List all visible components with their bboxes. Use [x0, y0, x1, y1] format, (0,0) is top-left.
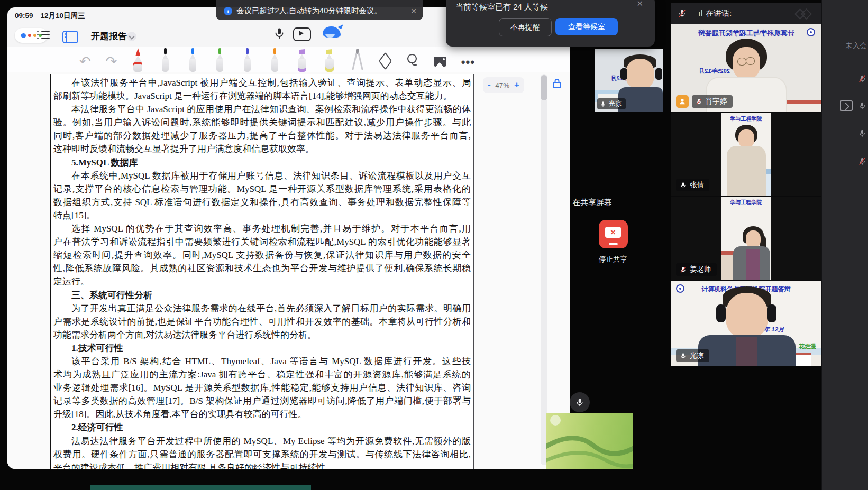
- video-sidebar: 正在讲话: 计算机科学与工程学院开题答辩 2025年12月: [671, 3, 821, 366]
- muted-mic-icon: [680, 266, 687, 274]
- document-line: 业务逻辑处理需求[16]。MySQL 是开源关系型数据库,性能稳定,能够支持用户…: [53, 381, 471, 394]
- document-line: 功能需求分析两个方面,对法易达法律服务平台进行系统性的分析。: [53, 328, 471, 341]
- zoom-in-button[interactable]: +: [514, 80, 519, 90]
- info-icon: i: [224, 7, 232, 15]
- redo-icon[interactable]: ↷: [105, 51, 117, 72]
- more-tools-icon[interactable]: •••: [461, 53, 475, 72]
- waiting-room-dialog: 当前等候室已有 24 人等候 ✕ 不再提醒 查看等候室: [446, 0, 655, 47]
- document-page: 在该法律服务平台中,JavaScript 被用户端交互控制,包括输入验证、查询提…: [50, 74, 474, 469]
- participant-name: 姜老师: [690, 265, 711, 274]
- title-chevron-down-icon[interactable]: [127, 32, 136, 41]
- participant-name: 张倩: [690, 180, 704, 190]
- speaking-header: 正在讲话:: [671, 3, 821, 24]
- host-badge-icon: [676, 95, 689, 108]
- screen-share-icon[interactable]: [840, 100, 853, 111]
- toast-close-icon[interactable]: ✕: [410, 7, 417, 15]
- waiting-room-text: 当前等候室已有 24 人等候: [455, 2, 548, 12]
- black-fineliner-icon[interactable]: [159, 47, 172, 72]
- document-line: 选择 MySQL 的优势在于其查询效率高、事务处理机制完善,并且易于维护。对于本…: [53, 222, 471, 235]
- participant-tile-jianglaoshi[interactable]: 学与工程学院 姜老师: [671, 197, 821, 280]
- lock-icon[interactable]: [551, 77, 563, 92]
- document-line: 特点[15]。: [53, 209, 471, 222]
- document-line: 术均为成熟且广泛应用的主流方案:Java 拥有跨平台、稳定性强和丰富的开源资源库…: [53, 368, 471, 381]
- university-logo-icon: [807, 28, 815, 36]
- muted-mic-icon: [696, 98, 702, 106]
- video-play-icon[interactable]: [293, 27, 311, 41]
- sidebar-toggle-icon[interactable]: [62, 31, 78, 43]
- document-line: 这种即时反馈和流畅交互显著提升了用户满意度和信息获取效率。: [53, 142, 471, 155]
- red-dot-icon: [28, 34, 31, 37]
- participant-name-chip: 张倩: [676, 179, 709, 191]
- university-logo-icon: [676, 284, 684, 293]
- dialog-close-icon[interactable]: ✕: [636, 0, 643, 8]
- view-waiting-room-button[interactable]: 查看等候室: [555, 18, 618, 35]
- self-video-thumbnail[interactable]: 2025年12月 光凉: [595, 49, 663, 112]
- document-line: 同时,客户端的部分数据处理减少了服务器压力,提高了平台整体性能。对于法易达法律服…: [53, 129, 471, 142]
- green-fineliner-icon[interactable]: [214, 47, 226, 72]
- backdrop-banner: 学与工程学院: [721, 115, 771, 123]
- document-line: 记录,支撑平台的核心信息检索与管理功能。MySQL 是一种开源关系型数据库管理系…: [53, 182, 471, 196]
- insert-image-icon[interactable]: [434, 57, 446, 67]
- backdrop-banner-mirrored: 计算机科学与工程学院开题答辩: [671, 29, 821, 38]
- document-line: 为了开发出真正满足公众法律服务需求的在线平台,首先必须深入了解目标用户的实际需求…: [53, 302, 471, 315]
- participant-tile-zhangqian[interactable]: 学与工程学院 张倩: [671, 113, 821, 196]
- undo-icon[interactable]: ↶: [79, 51, 91, 72]
- microphone-icon[interactable]: [273, 26, 286, 40]
- purple-highlighter-icon[interactable]: [296, 47, 308, 72]
- document-line: 法易达法律服务平台开发过程中所使用的 MySQL、My Eclipse 等均为开…: [53, 434, 471, 448]
- document-line: 缩短检索时间,提升查询效率。同时,MySQL 支持数据备份与恢复,保证法律知识库…: [53, 248, 471, 262]
- document-line: 1.技术可行性: [53, 341, 471, 355]
- compass-tool-icon[interactable]: [350, 48, 365, 72]
- document-line: 性,降低系统故障风险。其成熟的社区资源和技术生态也为平台开发与维护提供了便利,确…: [53, 262, 471, 275]
- document-text: 在该法律服务平台中,JavaScript 被用户端交互控制,包括输入验证、查询提…: [53, 76, 471, 469]
- microphone-button[interactable]: [570, 392, 590, 412]
- document-line: 平台的建设成本低、推广费用相对有限,具备良好的经济性与可持续性。: [53, 461, 471, 469]
- indigo-fineliner-icon[interactable]: [241, 47, 254, 72]
- document-line: 记录等多类数据的高效管理[17]。B/S 架构保证用户通过浏览器即可访问,降低了…: [53, 394, 471, 408]
- orange-dot-icon: [33, 34, 36, 37]
- document-line: 5.MySQL 数据库: [53, 156, 471, 169]
- blue-fineliner-icon[interactable]: [186, 47, 199, 72]
- mic-icon[interactable]: [858, 128, 866, 138]
- yellow-highlighter-icon[interactable]: [323, 47, 336, 72]
- zoom-control: - 47% +: [483, 77, 524, 93]
- document-line: 升级[18]。因此,从技术角度看,本平台的实现具有较高的可行性。: [53, 408, 471, 421]
- red-marker-icon[interactable]: [132, 47, 144, 72]
- dismiss-button[interactable]: 不再提醒: [499, 18, 552, 36]
- stop-sharing-button[interactable]: ✕: [599, 220, 628, 248]
- participant-name: 光凉: [690, 351, 704, 360]
- muted-mic-icon[interactable]: [858, 74, 866, 84]
- orange-fineliner-icon[interactable]: [268, 47, 281, 72]
- muted-mic-icon[interactable]: [858, 156, 866, 166]
- document-line: 部刷新等功能模块。JavaScript 是一种运行在浏览器端的脚本语言[14],…: [53, 89, 471, 103]
- scrollbar[interactable]: [541, 74, 547, 465]
- pen-cursor-icon: [20, 32, 27, 39]
- participant-tile-guangliang[interactable]: 计算机科学与工程学院开题答辩 2025年 12月 花烂漫 光凉: [671, 281, 821, 366]
- document-line: 权费用。硬件条件方面,只需普通的服务器配置即可支撑系统的开发与测试。与传统线下法…: [53, 448, 471, 461]
- backdrop-banner: 学与工程学院: [721, 199, 771, 206]
- date: 12月10日周三: [41, 12, 85, 20]
- eraser-icon[interactable]: [379, 52, 392, 70]
- lasso-icon[interactable]: [405, 53, 419, 69]
- document-line: 数据组织方式,支持 SQL 标准语句进行数据定义和操作,具有高效查询、事务处理和…: [53, 196, 471, 209]
- headphones-icon: [716, 304, 726, 322]
- mic-icon: [575, 397, 584, 408]
- mic-icon[interactable]: [858, 101, 866, 110]
- sharing-status-text: 在共享屏幕: [572, 198, 612, 208]
- scrollbar-thumb[interactable]: [541, 75, 547, 100]
- document-title: 开题报告: [91, 30, 127, 42]
- stop-sharing-icon: ✕: [605, 227, 621, 238]
- meeting-logo-icon: [793, 8, 814, 19]
- document-line: 在该法律服务平台中,JavaScript 被用户端交互控制,包括输入验证、查询提…: [53, 76, 471, 89]
- whale-logo-icon[interactable]: [323, 26, 341, 38]
- list-view-icon[interactable]: [37, 31, 50, 41]
- zoom-level: 47%: [495, 81, 509, 89]
- clock: 09:59: [15, 12, 33, 20]
- meeting-toast: i 会议已超过2人,自动转为40分钟限时会议。 ✕: [216, 0, 423, 20]
- participant-tile-xiaoyuting[interactable]: 计算机科学与工程学院开题答辩 2025年12月 肖宇婷: [671, 24, 821, 112]
- document-line: 户在普法学习和诉讼流程指引中需要频繁进行关键词检索和流程匹配,MySQL 的索引…: [53, 235, 471, 248]
- participant-name-chip: 光凉: [676, 349, 709, 362]
- self-name: 光凉: [609, 99, 622, 108]
- desktop-wallpaper-fragment: [546, 413, 633, 469]
- zoom-out-button[interactable]: -: [488, 80, 491, 90]
